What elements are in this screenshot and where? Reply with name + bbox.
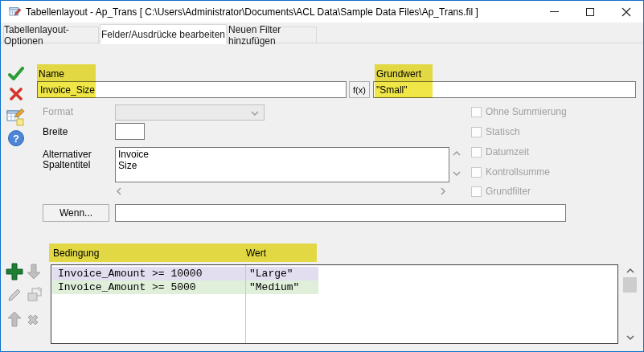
checkbox-kontrollsumme[interactable]: Kontrollsumme bbox=[471, 166, 550, 178]
scrollbar-thumb[interactable] bbox=[623, 277, 637, 293]
grundwert-input[interactable] bbox=[373, 81, 636, 98]
tab-neuen-filter-hinzufuegen[interactable]: Neuen Filter hinzufügen bbox=[228, 27, 317, 43]
bedingung-column-header: Bedingung bbox=[53, 248, 99, 259]
name-label: Name bbox=[39, 68, 64, 80]
tab-felder-ausdruecke-bearbeiten[interactable]: Felder/Ausdrücke bearbeiten bbox=[100, 24, 227, 44]
breite-input[interactable] bbox=[115, 123, 145, 140]
checkbox-icon bbox=[471, 167, 482, 178]
checkbox-label: Kontrollsumme bbox=[486, 166, 550, 178]
scroll-left-icon[interactable] bbox=[116, 186, 122, 196]
gray-x-icon bbox=[25, 312, 41, 328]
checkbox-icon bbox=[471, 127, 482, 137]
minimize-icon bbox=[550, 11, 559, 12]
minimize-button[interactable] bbox=[538, 1, 570, 23]
scroll-up-icon[interactable] bbox=[452, 150, 461, 157]
window-title: Tabellenlayout - Ap_Trans [ C:\Users\Adm… bbox=[26, 6, 478, 18]
title-bar: Tabellenlayout - Ap_Trans [ C:\Users\Adm… bbox=[1, 1, 643, 23]
maximize-button[interactable] bbox=[574, 1, 606, 23]
checkbox-statisch[interactable]: Statisch bbox=[471, 126, 520, 137]
question-mark-icon: ? bbox=[13, 133, 19, 145]
scroll-right-icon[interactable] bbox=[440, 186, 446, 196]
down-arrow-icon bbox=[26, 263, 42, 280]
value-cell[interactable]: "Medium" bbox=[249, 280, 299, 294]
tabellenlayout-dialog: Tabellenlayout - Ap_Trans [ C:\Users\Adm… bbox=[0, 0, 644, 352]
checkbox-label: Grundfilter bbox=[486, 186, 531, 197]
breite-label: Breite bbox=[43, 126, 68, 137]
alt-title-label-line2: Spaltentitel bbox=[43, 159, 90, 170]
green-plus-icon bbox=[6, 263, 23, 280]
column-separator bbox=[245, 265, 246, 343]
move-condition-up-button[interactable] bbox=[6, 310, 23, 331]
maximize-icon bbox=[586, 8, 594, 16]
conditions-grid[interactable]: Invoice_Amount >= 10000 "Large" Invoice_… bbox=[51, 264, 618, 344]
checkbox-label: Ohne Summierung bbox=[486, 106, 567, 117]
duplicate-condition-button[interactable] bbox=[25, 285, 44, 308]
discard-entry-button[interactable] bbox=[9, 87, 23, 104]
checkbox-icon bbox=[471, 186, 482, 197]
pencil-icon bbox=[6, 287, 23, 303]
format-label: Format bbox=[43, 106, 73, 117]
tab-strip: Tabellenlayout-Optionen Felder/Ausdrücke… bbox=[1, 23, 643, 43]
checkbox-label: Statisch bbox=[486, 126, 520, 137]
checkbox-label: Datumzeit bbox=[486, 146, 529, 158]
checkbox-ohne-summierung[interactable]: Ohne Summierung bbox=[471, 106, 567, 117]
checkbox-icon bbox=[471, 107, 482, 117]
table-pencil-note-icon bbox=[6, 108, 26, 127]
value-cell[interactable]: "Large" bbox=[249, 267, 293, 280]
condition-cell[interactable]: Invoice_Amount >= 10000 bbox=[58, 267, 202, 280]
grid-vertical-scrollbar[interactable] bbox=[623, 264, 637, 344]
red-x-icon bbox=[9, 87, 23, 101]
checkbox-datumzeit[interactable]: Datumzeit bbox=[471, 146, 529, 158]
help-button[interactable]: ? bbox=[8, 130, 24, 146]
alt-title-label-line1: Alternativer bbox=[43, 149, 92, 160]
green-check-icon bbox=[8, 67, 24, 81]
scrollbar-down-icon[interactable] bbox=[626, 334, 635, 341]
scroll-down-icon[interactable] bbox=[452, 170, 461, 177]
add-condition-button[interactable] bbox=[6, 263, 23, 284]
fx-expression-button[interactable]: f(x) bbox=[349, 81, 370, 98]
wenn-condition-input[interactable] bbox=[115, 204, 566, 222]
checkbox-icon bbox=[471, 147, 482, 158]
copy-icon bbox=[25, 285, 44, 305]
close-icon bbox=[621, 7, 631, 17]
format-dropdown[interactable] bbox=[115, 104, 265, 121]
tab-tabellenlayout-optionen[interactable]: Tabellenlayout-Optionen bbox=[3, 27, 99, 43]
wenn-button[interactable]: Wenn... bbox=[43, 204, 109, 222]
name-input[interactable] bbox=[37, 81, 347, 98]
up-arrow-icon bbox=[6, 310, 23, 328]
scrollbar-up-icon[interactable] bbox=[626, 268, 635, 274]
chevron-down-icon bbox=[251, 111, 259, 116]
wert-column-header: Wert bbox=[246, 248, 266, 259]
grundwert-label: Grundwert bbox=[376, 68, 421, 80]
table-edit-icon bbox=[9, 6, 22, 22]
edit-layout-button[interactable] bbox=[6, 108, 26, 130]
delete-condition-button[interactable] bbox=[25, 312, 41, 331]
edit-condition-button[interactable] bbox=[6, 287, 23, 306]
checkbox-grundfilter[interactable]: Grundfilter bbox=[471, 186, 531, 197]
accept-entry-button[interactable] bbox=[8, 67, 24, 84]
condition-cell[interactable]: Invoice_Amount >= 5000 bbox=[58, 280, 196, 294]
close-button[interactable] bbox=[610, 1, 642, 23]
alt-column-title-textarea[interactable]: Invoice Size bbox=[115, 147, 449, 182]
move-condition-down-button[interactable] bbox=[26, 263, 42, 284]
